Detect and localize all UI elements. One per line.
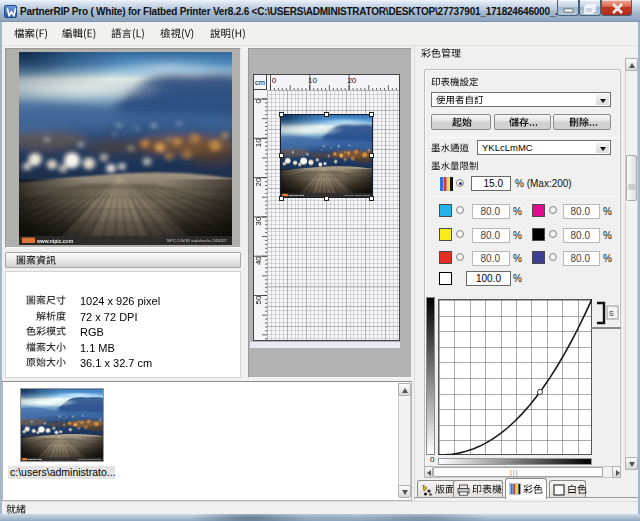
svg-text:40: 40 [254,256,263,265]
svg-text:www.nipic.com: www.nipic.com [28,458,42,460]
svg-text:10: 10 [254,138,263,147]
svg-text:20: 20 [254,177,263,186]
svg-text:0: 0 [272,76,277,85]
svg-text:NIPIC.COM BY wudizhanche 20180: NIPIC.COM BY wudizhanche 20180327 [344,195,370,196]
svg-text:30: 30 [254,216,263,225]
svg-text:20: 20 [347,76,356,85]
svg-text:NIPIC.COM BY wudizhanche 20180: NIPIC.COM BY wudizhanche 20180327 [167,239,227,243]
svg-text:NIPIC.COM BY wudizhanche 20180: NIPIC.COM BY wudizhanche 20180327 [78,459,101,460]
svg-text:50: 50 [254,295,263,304]
svg-text:10: 10 [308,76,317,85]
svg-text:www.nipic.com: www.nipic.com [36,238,74,244]
svg-text:S: S [609,310,614,317]
svg-text:www.nipic.com: www.nipic.com [289,194,304,196]
